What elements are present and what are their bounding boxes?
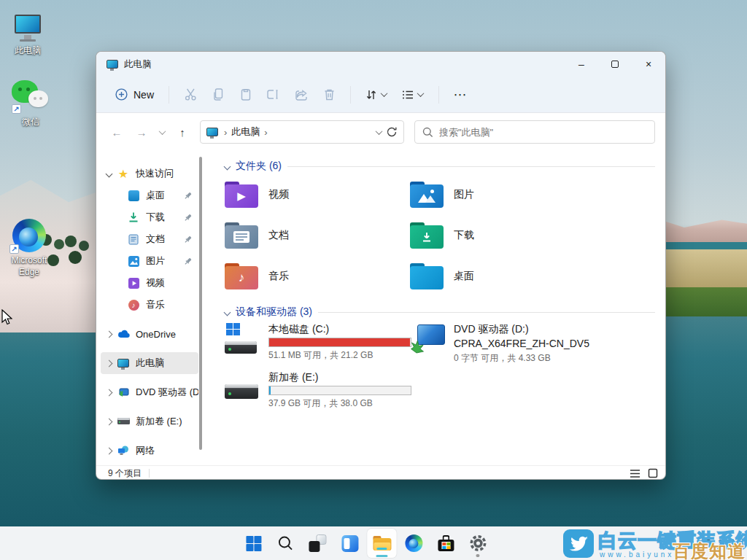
downloads-folder-icon [410,222,444,249]
chevron-down-icon [224,163,231,170]
chevron-right-icon [105,389,112,396]
window-titlebar[interactable]: 此电脑 – × [96,52,665,77]
hidden-icons-chevron[interactable] [689,540,696,548]
chevron-right-icon [105,330,112,338]
sidebar-item-this-pc[interactable]: 此电脑 [101,352,198,374]
music-icon: ♪ [128,300,139,311]
task-view-button[interactable] [303,529,332,558]
devices-group-header[interactable]: 设备和驱动器 (3) [225,304,655,320]
sidebar-item-dvd-drive[interactable]: DVD 驱动器 (D:) [101,381,198,403]
sidebar-item-onedrive[interactable]: OneDrive [101,323,198,345]
desktop-icon-edge[interactable]: ↗ Microsoft Edge [4,219,54,278]
taskbar-search-button[interactable] [271,529,300,558]
taskbar-file-explorer-button[interactable] [367,529,396,558]
new-volume-icon [225,371,260,403]
widgets-button[interactable] [335,529,364,558]
folder-tile-pictures[interactable]: 图片 [410,174,655,215]
folder-tile-desktop[interactable]: 桌面 [410,256,655,297]
dvd-drive-icon [117,387,129,397]
ime-indicator[interactable]: 英 [702,537,711,550]
large-icons-view-toggle[interactable] [648,468,658,478]
shortcut-arrow-icon: ↗ [9,244,19,254]
navigation-pane: ★ 快速访问 桌面 下载 文档 [96,151,203,465]
paste-button[interactable] [232,82,260,107]
desktop-icon-this-pc[interactable]: 此电脑 [4,6,51,57]
copy-button[interactable] [204,82,232,107]
sidebar-item-quick-access[interactable]: ★ 快速访问 [101,163,198,184]
pictures-icon [128,256,139,267]
music-folder-icon: ♪ [225,263,258,289]
desktop-icon-wechat[interactable]: ↗ 微信 [7,80,54,128]
chevron-down-icon[interactable] [376,128,383,135]
sidebar-item-documents[interactable]: 文档 [101,228,198,250]
document-icon [128,234,139,245]
share-button[interactable] [287,82,315,107]
desktop-icon-label: Microsoft Edge [4,255,54,278]
taskbar-edge-button[interactable] [399,529,428,558]
address-bar-row: ← → ↑ › 此电脑 › [96,113,665,151]
sidebar-item-desktop[interactable]: 桌面 [101,184,198,206]
sidebar-item-new-volume[interactable]: 新加卷 (E:) [101,411,198,432]
sidebar-item-music[interactable]: ♪ 音乐 [101,294,198,316]
details-view-toggle[interactable] [630,469,640,478]
videos-folder-icon: ▶ [225,182,258,208]
sidebar-item-pictures[interactable]: 图片 [101,250,198,272]
folders-group-header[interactable]: 文件夹 (6) [225,158,655,174]
disk-usage-bar [268,386,411,395]
pin-icon [183,235,193,244]
cut-button[interactable] [177,82,204,107]
new-button[interactable]: New [108,84,161,105]
close-button[interactable]: × [632,52,665,77]
taskbar-store-button[interactable] [431,529,460,558]
more-button[interactable]: ⋯ [446,82,474,107]
start-button[interactable] [239,529,268,558]
folder-tile-downloads[interactable]: 下载 [410,215,655,256]
edge-icon [405,534,422,552]
sidebar-item-videos[interactable]: 视频 [101,272,198,294]
chevron-down-icon [158,128,166,135]
star-icon: ★ [118,167,128,181]
drive-tile-e[interactable]: 新加卷 (E:) 37.9 GB 可用，共 38.0 GB [225,371,410,416]
sidebar-item-downloads[interactable]: 下载 [101,206,198,228]
pin-icon [183,257,193,266]
sort-button[interactable] [358,82,393,107]
refresh-icon[interactable] [386,126,398,138]
taskbar-settings-button[interactable] [463,529,492,558]
delete-button[interactable] [315,82,343,107]
recent-locations-button[interactable] [156,130,168,135]
local-disk-icon [225,323,260,355]
this-pc-icon [15,15,41,34]
folder-tile-music[interactable]: ♪ 音乐 [225,256,410,297]
chevron-right-icon [105,447,112,454]
this-pc-icon [107,60,118,69]
view-icon [401,89,414,101]
search-input[interactable] [439,127,647,138]
drive-tile-c[interactable]: 本地磁盘 (C:) 51.1 MB 可用，共 21.2 GB [225,323,410,368]
minimize-button[interactable]: – [565,52,598,77]
breadcrumb[interactable]: › 此电脑 › [200,120,404,144]
back-button[interactable]: ← [107,122,127,142]
breadcrumb-item[interactable]: 此电脑 [231,125,260,139]
search-box[interactable] [414,120,655,144]
chevron-down-icon [381,90,388,97]
sidebar-scrollbar[interactable] [199,157,202,450]
rename-button[interactable] [260,82,287,107]
clock[interactable]: 10:24 [718,538,740,548]
file-explorer-window: 此电脑 – × New [96,51,666,480]
command-bar: New [96,77,665,113]
windows-logo-icon [246,536,261,551]
forward-button[interactable]: → [131,122,152,142]
this-pc-icon [117,359,129,368]
content-pane: 文件夹 (6) ▶ 视频 [203,151,665,465]
view-button[interactable] [393,82,431,107]
task-view-icon [309,534,326,552]
drive-tile-dvd[interactable]: DVD 驱动器 (D:) CPRA_X64FRE_ZH-CN_DV5 0 字节 … [410,323,655,368]
folder-tile-videos[interactable]: ▶ 视频 [225,174,410,215]
folder-tile-documents[interactable]: 文档 [225,215,410,256]
status-bar: 9 个项目 [96,465,665,480]
sidebar-item-network[interactable]: 网络 [101,440,198,462]
up-button[interactable]: ↑ [172,122,193,142]
dvd-drive-icon [410,323,445,352]
chevron-right-icon [105,359,112,367]
maximize-button[interactable] [598,52,632,77]
